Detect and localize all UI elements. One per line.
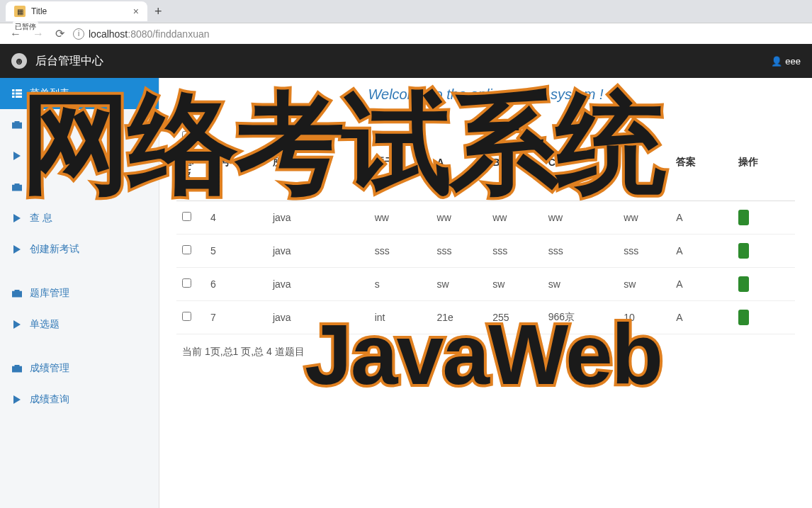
play-icon (11, 395, 23, 404)
briefcase-icon (11, 121, 23, 129)
col-action: 操作 (733, 124, 795, 201)
url-input[interactable]: i localhost:8080/finddanxuan (73, 28, 805, 40)
col-d (618, 124, 670, 201)
cell-c: ww (543, 201, 619, 235)
cell-d: sss (618, 235, 670, 268)
favicon-icon: ▦ (14, 6, 26, 17)
app-header: ☻ 后台管理中心 👤 eee (0, 44, 812, 78)
new-tab-icon[interactable]: + (147, 1, 169, 22)
row-checkbox[interactable] (182, 278, 191, 288)
row-action-button[interactable] (738, 276, 749, 292)
cell-b: 255 (487, 301, 543, 334)
row-checkbox[interactable] (182, 245, 191, 254)
sidebar-item-label: 成绩管理 (30, 362, 69, 375)
cell-b: ww (487, 201, 543, 235)
briefcase-icon (11, 290, 23, 298)
sidebar-item-label: 查 息 (30, 212, 52, 225)
sidebar-item-label: 菜单列表 (30, 87, 69, 100)
sidebar-item-6[interactable]: 题库管理 (0, 278, 159, 309)
row-checkbox[interactable] (182, 212, 191, 221)
site-info-icon[interactable]: i (73, 28, 84, 40)
browser-tab[interactable]: ▦ Title × (6, 1, 147, 21)
cell-stem: s (369, 268, 432, 301)
sidebar-item-1[interactable]: 系 (0, 109, 159, 140)
cell-id: 7 (205, 301, 267, 334)
col-id: 编号 (205, 124, 267, 201)
app-title: 后台管理中心 (35, 54, 103, 69)
sidebar-item-8[interactable]: 成绩管理 (0, 353, 159, 384)
col-a: A (432, 124, 487, 201)
cell-d: sw (618, 268, 670, 301)
cell-id: 6 (205, 268, 267, 301)
sidebar-item-label: 单选题 (30, 318, 60, 331)
sidebar-item-7[interactable]: 单选题 (0, 309, 159, 340)
cell-d: 10 (618, 301, 670, 334)
cell-id: 5 (205, 235, 267, 268)
select-all-checkbox[interactable] (182, 131, 191, 140)
play-icon (11, 320, 23, 329)
sidebar: 菜单列表系学考查 息创建新考试题库管理单选题成绩管理成绩查询 (0, 78, 159, 508)
cell-b: sss (487, 235, 543, 268)
cell-c: sw (543, 268, 619, 301)
cell-answer: A (670, 301, 733, 334)
sidebar-item-3[interactable]: 考 (0, 171, 159, 203)
col-subject: 所属科目 (267, 124, 369, 201)
select-all-label: 全选/反选 (182, 142, 195, 192)
cell-subject: java (267, 201, 369, 235)
cell-c: 966京 (543, 301, 619, 334)
browser-chrome: ▦ Title × + 已暂停 ← → ⟳ i localhost:8080/f… (0, 0, 812, 44)
url-host: localhost (89, 28, 128, 40)
row-action-button[interactable] (738, 243, 749, 259)
reload-button[interactable]: ⟳ (52, 26, 67, 42)
list-icon (11, 89, 23, 98)
briefcase-icon (11, 184, 23, 191)
cell-id: 4 (205, 201, 267, 235)
sidebar-item-label: 成绩查询 (30, 393, 69, 406)
col-stem: 题干 (369, 124, 432, 201)
sidebar-item-label: 系 (30, 118, 40, 131)
table-row: 6 java s sw sw sw sw A (176, 268, 795, 301)
tab-title: Title (31, 6, 47, 16)
sidebar-item-label: 题库管理 (30, 287, 69, 300)
sidebar-item-5[interactable]: 创建新考试 (0, 234, 159, 265)
play-icon (11, 152, 23, 160)
play-icon (11, 214, 23, 222)
pagination-info: 当前 1页,总1 页,总 4 道题目 (176, 334, 795, 370)
cell-b: sw (487, 268, 543, 301)
table-row: 7 java int 21e 255 966京 10 A (176, 301, 795, 334)
cell-answer: A (670, 235, 733, 268)
row-action-button[interactable] (738, 310, 749, 325)
sidebar-item-9[interactable]: 成绩查询 (0, 384, 159, 415)
briefcase-icon (11, 365, 23, 373)
cell-c: sss (543, 235, 619, 268)
play-icon (11, 245, 23, 254)
tab-bar: ▦ Title × + (0, 0, 812, 23)
sidebar-item-label: 创建新考试 (30, 243, 79, 256)
url-path: /finddanxuan (152, 28, 209, 40)
table-row: 4 java ww ww ww ww ww A (176, 201, 795, 235)
cell-stem: sss (369, 235, 432, 268)
col-checkbox: 全选/反选 (176, 124, 205, 201)
sidebar-item-2[interactable]: 学 (0, 140, 159, 171)
question-table: 全选/反选 编号 所属科目 题干 A B C 答案 操作 4 java ww w… (176, 124, 795, 334)
table-row: 5 java sss sss sss sss sss A (176, 235, 795, 268)
cell-a: sw (432, 268, 487, 301)
main-content: Welcome to the online exam system ! 全选/反… (159, 78, 812, 508)
sidebar-item-label: 学 (30, 149, 40, 162)
welcome-text: Welcome to the online exam system ! (176, 86, 795, 103)
cell-subject: java (267, 235, 369, 268)
col-c: C (543, 124, 619, 201)
cell-stem: ww (369, 201, 432, 235)
row-checkbox[interactable] (182, 312, 191, 321)
cell-subject: java (267, 268, 369, 301)
col-answer: 答案 (670, 124, 733, 201)
sidebar-item-4[interactable]: 查 息 (0, 203, 159, 234)
row-action-button[interactable] (738, 210, 749, 225)
cell-answer: A (670, 201, 733, 235)
close-tab-icon[interactable]: × (133, 6, 139, 17)
user-menu[interactable]: 👤 eee (771, 56, 801, 67)
cell-d: ww (618, 201, 670, 235)
sidebar-item-0[interactable]: 菜单列表 (0, 78, 159, 109)
cell-answer: A (670, 268, 733, 301)
cell-a: sss (432, 235, 487, 268)
